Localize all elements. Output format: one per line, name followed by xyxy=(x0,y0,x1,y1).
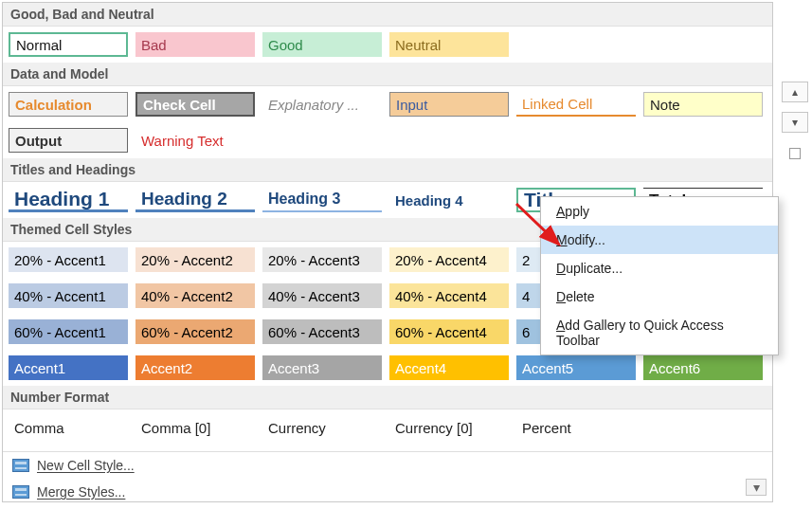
merge-styles-button[interactable]: Merge Styles... xyxy=(3,479,772,505)
style-context-menu: Apply Modify... Duplicate... Delete Add … xyxy=(540,196,779,355)
new-cell-style-label: New Cell Style... xyxy=(37,458,135,473)
row-good-bad-neutral: Normal Bad Good Neutral xyxy=(3,27,772,63)
style-percent[interactable]: Percent xyxy=(516,415,636,440)
style-60-accent2[interactable]: 60% - Accent2 xyxy=(135,319,255,344)
style-accent5[interactable]: Accent5 xyxy=(516,355,636,380)
ribbon-down-arrow[interactable]: ▾ xyxy=(782,112,808,133)
gallery-scroll-down[interactable]: ▾ xyxy=(746,479,767,496)
style-currency[interactable]: Currency xyxy=(262,415,382,440)
style-accent2[interactable]: Accent2 xyxy=(135,355,255,380)
style-heading-2[interactable]: Heading 2 xyxy=(135,188,255,212)
table-icon xyxy=(12,485,29,499)
dialog-launcher-icon[interactable] xyxy=(789,148,801,159)
style-input[interactable]: Input xyxy=(389,92,509,117)
style-comma[interactable]: Comma xyxy=(9,415,128,440)
style-accent3[interactable]: Accent3 xyxy=(262,355,382,380)
ribbon-expand-arrows: ▴ ▾ xyxy=(778,82,811,159)
table-icon xyxy=(12,459,29,472)
style-20-accent2[interactable]: 20% - Accent2 xyxy=(135,247,255,272)
ribbon-up-arrow[interactable]: ▴ xyxy=(782,82,808,102)
section-data-model: Data and Model xyxy=(3,63,772,86)
style-40-accent1[interactable]: 40% - Accent1 xyxy=(9,283,128,308)
section-good-bad-neutral: Good, Bad and Neutral xyxy=(3,3,772,27)
style-20-accent4[interactable]: 20% - Accent4 xyxy=(389,247,509,272)
row-data-model-2: Output Warning Text xyxy=(3,122,772,158)
style-heading-4[interactable]: Heading 4 xyxy=(389,188,509,212)
style-20-accent3[interactable]: 20% - Accent3 xyxy=(262,247,382,272)
style-40-accent2[interactable]: 40% - Accent2 xyxy=(135,283,255,308)
style-20-accent1[interactable]: 20% - Accent1 xyxy=(9,247,128,272)
style-check-cell[interactable]: Check Cell xyxy=(135,92,255,117)
ctx-delete[interactable]: Delete xyxy=(541,282,778,311)
style-output[interactable]: Output xyxy=(9,128,128,153)
style-accent1[interactable]: Accent1 xyxy=(9,355,128,380)
style-linked-cell[interactable]: Linked Cell xyxy=(516,92,636,117)
new-cell-style-button[interactable]: New Cell Style... xyxy=(3,452,772,479)
style-40-accent3[interactable]: 40% - Accent3 xyxy=(262,283,382,308)
row-number-format: Comma Comma [0] Currency Currency [0] Pe… xyxy=(3,409,772,445)
style-accent6[interactable]: Accent6 xyxy=(643,355,763,380)
style-bad[interactable]: Bad xyxy=(135,32,255,57)
style-comma-0[interactable]: Comma [0] xyxy=(135,415,255,440)
style-40-accent4[interactable]: 40% - Accent4 xyxy=(389,283,509,308)
style-normal[interactable]: Normal xyxy=(9,32,128,57)
ctx-duplicate[interactable]: Duplicate... xyxy=(541,254,778,282)
merge-styles-label: Merge Styles... xyxy=(37,484,125,500)
ctx-modify[interactable]: Modify... xyxy=(541,226,778,254)
style-60-accent1[interactable]: 60% - Accent1 xyxy=(9,319,128,344)
style-accent4[interactable]: Accent4 xyxy=(389,355,509,380)
section-number-format: Number Format xyxy=(3,386,772,409)
row-data-model-1: Calculation Check Cell Explanatory ... I… xyxy=(3,86,772,122)
style-calculation[interactable]: Calculation xyxy=(9,92,128,117)
style-good[interactable]: Good xyxy=(262,32,382,57)
ctx-add-to-qat[interactable]: Add Gallery to Quick Access Toolbar xyxy=(541,311,778,354)
style-neutral[interactable]: Neutral xyxy=(389,32,509,57)
style-explanatory[interactable]: Explanatory ... xyxy=(262,92,382,117)
style-60-accent4[interactable]: 60% - Accent4 xyxy=(389,319,509,344)
style-60-accent3[interactable]: 60% - Accent3 xyxy=(262,319,382,344)
style-currency-0[interactable]: Currency [0] xyxy=(389,415,509,440)
style-warning-text[interactable]: Warning Text xyxy=(135,128,255,153)
style-heading-3[interactable]: Heading 3 xyxy=(262,188,382,212)
section-titles: Titles and Headings xyxy=(3,158,772,182)
style-heading-1[interactable]: Heading 1 xyxy=(9,188,128,212)
ctx-apply[interactable]: Apply xyxy=(541,197,778,226)
style-note[interactable]: Note xyxy=(643,92,763,117)
